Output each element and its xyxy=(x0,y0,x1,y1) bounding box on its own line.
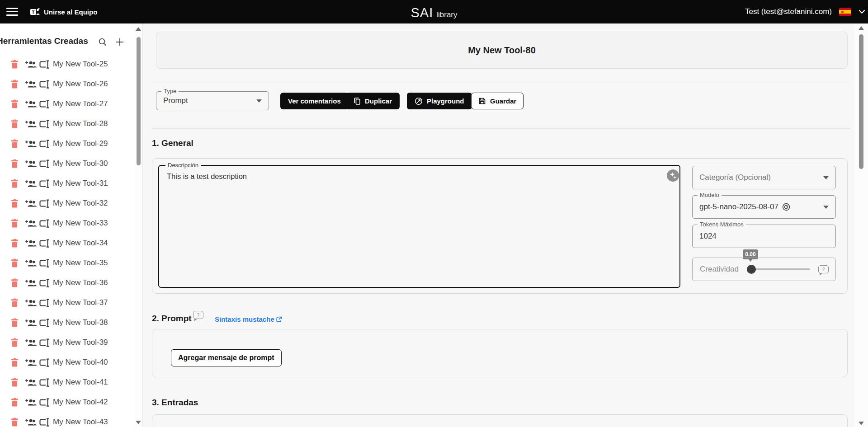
delete-icon[interactable] xyxy=(11,219,19,228)
list-item[interactable]: My New Tool-40 xyxy=(0,352,135,372)
list-item[interactable]: My New Tool-31 xyxy=(0,174,135,193)
search-button[interactable] xyxy=(95,34,110,50)
main-scrollbar-thumb[interactable] xyxy=(859,34,863,169)
rename-icon[interactable] xyxy=(39,338,50,347)
share-person-add-icon[interactable] xyxy=(25,160,37,168)
rename-icon[interactable] xyxy=(39,398,50,407)
view-comments-button[interactable]: Ver comentarios xyxy=(280,93,349,109)
category-select[interactable]: Categoría (Opcional) xyxy=(692,166,836,189)
list-item[interactable]: My New Tool-37 xyxy=(0,293,135,313)
share-person-add-icon[interactable] xyxy=(25,259,37,267)
max-tokens-field[interactable]: Tokens Máximos 1024 xyxy=(692,225,836,248)
add-prompt-message-button[interactable]: Agregar mensaje de prompt xyxy=(171,349,282,366)
delete-icon[interactable] xyxy=(11,60,19,69)
rename-icon[interactable] xyxy=(39,179,50,188)
prompt-help-icon[interactable]: ? xyxy=(193,311,203,319)
list-item[interactable]: My New Tool-41 xyxy=(0,372,135,392)
rename-icon[interactable] xyxy=(39,199,50,208)
type-select[interactable]: Type Prompt xyxy=(156,91,269,110)
delete-icon[interactable] xyxy=(11,99,19,108)
menu-icon[interactable] xyxy=(6,8,18,16)
mustache-syntax-link[interactable]: Sintaxis mustache xyxy=(215,315,282,323)
rename-icon[interactable] xyxy=(39,418,50,427)
rename-icon[interactable] xyxy=(39,378,50,387)
add-tool-button[interactable] xyxy=(112,34,127,50)
sidebar-scrollbar[interactable] xyxy=(135,23,142,427)
tool-item-label[interactable]: My New Tool-40 xyxy=(53,358,108,367)
list-item[interactable]: My New Tool-38 xyxy=(0,313,135,333)
tool-item-label[interactable]: My New Tool-39 xyxy=(53,338,108,347)
list-item[interactable]: My New Tool-33 xyxy=(0,213,135,233)
tool-item-label[interactable]: My New Tool-37 xyxy=(53,298,108,307)
tool-item-label[interactable]: My New Tool-38 xyxy=(53,318,108,327)
list-item[interactable]: My New Tool-25 xyxy=(0,54,135,74)
share-person-add-icon[interactable] xyxy=(25,338,37,347)
tool-item-label[interactable]: My New Tool-33 xyxy=(53,219,108,228)
tool-item-label[interactable]: My New Tool-31 xyxy=(53,179,108,188)
rename-icon[interactable] xyxy=(39,100,50,108)
tool-item-label[interactable]: My New Tool-41 xyxy=(53,378,108,387)
share-person-add-icon[interactable] xyxy=(25,60,37,69)
list-item[interactable]: My New Tool-29 xyxy=(0,134,135,154)
tool-item-label[interactable]: My New Tool-42 xyxy=(53,398,108,407)
rename-icon[interactable] xyxy=(39,259,50,267)
rename-icon[interactable] xyxy=(39,120,50,128)
delete-icon[interactable] xyxy=(11,199,19,208)
list-item[interactable]: My New Tool-36 xyxy=(0,273,135,293)
share-person-add-icon[interactable] xyxy=(25,398,37,407)
creativity-slider-thumb[interactable] xyxy=(747,265,756,274)
tool-item-label[interactable]: My New Tool-34 xyxy=(53,239,108,248)
delete-icon[interactable] xyxy=(11,298,19,307)
rename-icon[interactable] xyxy=(39,239,50,248)
rename-icon[interactable] xyxy=(39,140,50,148)
tool-item-label[interactable]: My New Tool-28 xyxy=(53,119,108,128)
list-item[interactable]: My New Tool-42 xyxy=(0,392,135,412)
ai-assist-button[interactable] xyxy=(667,169,679,182)
share-person-add-icon[interactable] xyxy=(25,358,37,367)
delete-icon[interactable] xyxy=(11,338,19,347)
creativity-help-icon[interactable]: ? xyxy=(818,265,829,273)
rename-icon[interactable] xyxy=(39,219,50,228)
scroll-up-arrow-icon[interactable] xyxy=(136,27,141,31)
delete-icon[interactable] xyxy=(11,179,19,188)
rename-icon[interactable] xyxy=(39,60,50,69)
user-menu[interactable]: Test (test@stefanini.com) xyxy=(745,0,868,23)
tool-item-label[interactable]: My New Tool-32 xyxy=(53,199,108,208)
chevron-down-icon[interactable] xyxy=(859,9,865,14)
delete-icon[interactable] xyxy=(11,258,19,267)
list-item[interactable]: My New Tool-39 xyxy=(0,333,135,352)
list-item[interactable]: My New Tool-34 xyxy=(0,233,135,253)
share-person-add-icon[interactable] xyxy=(25,80,37,89)
delete-icon[interactable] xyxy=(11,418,19,427)
playground-button[interactable]: Playground xyxy=(407,93,472,109)
list-item[interactable]: My New Tool-43 xyxy=(0,412,135,427)
tool-item-label[interactable]: My New Tool-35 xyxy=(53,258,108,267)
share-person-add-icon[interactable] xyxy=(25,219,37,228)
rename-icon[interactable] xyxy=(39,358,50,367)
delete-icon[interactable] xyxy=(11,378,19,387)
delete-icon[interactable] xyxy=(11,239,19,248)
main-scrollbar[interactable] xyxy=(858,23,865,427)
tool-item-label[interactable]: My New Tool-29 xyxy=(53,139,108,148)
tool-item-label[interactable]: My New Tool-26 xyxy=(53,80,108,89)
delete-icon[interactable] xyxy=(11,318,19,327)
list-item[interactable]: My New Tool-27 xyxy=(0,94,135,114)
list-item[interactable]: My New Tool-28 xyxy=(0,114,135,134)
rename-icon[interactable] xyxy=(39,299,50,307)
scroll-down-arrow-icon[interactable] xyxy=(859,422,864,425)
share-person-add-icon[interactable] xyxy=(25,199,37,208)
delete-icon[interactable] xyxy=(11,358,19,367)
rename-icon[interactable] xyxy=(39,160,50,168)
tool-item-label[interactable]: My New Tool-30 xyxy=(53,159,108,168)
share-person-add-icon[interactable] xyxy=(25,140,37,148)
share-person-add-icon[interactable] xyxy=(25,299,37,307)
creativity-slider-track[interactable] xyxy=(747,268,810,270)
list-item[interactable]: My New Tool-26 xyxy=(0,74,135,94)
share-person-add-icon[interactable] xyxy=(25,418,37,427)
save-button[interactable]: Guardar xyxy=(471,93,524,109)
delete-icon[interactable] xyxy=(11,159,19,168)
list-item[interactable]: My New Tool-35 xyxy=(0,253,135,273)
share-person-add-icon[interactable] xyxy=(25,279,37,287)
tool-item-label[interactable]: My New Tool-43 xyxy=(53,418,108,427)
list-item[interactable]: My New Tool-32 xyxy=(0,193,135,213)
